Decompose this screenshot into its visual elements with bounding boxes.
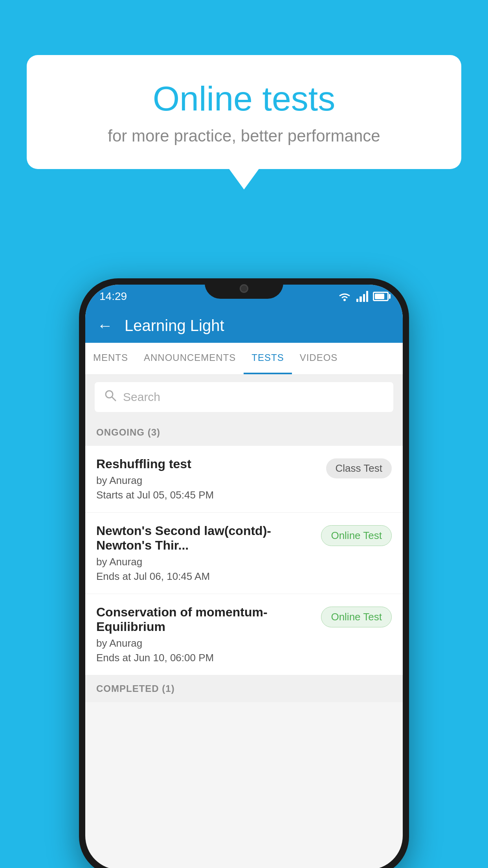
camera: [240, 284, 248, 293]
svg-line-2: [112, 397, 116, 401]
test-author-1: by Anurag: [96, 474, 318, 487]
tab-ments[interactable]: MENTS: [85, 343, 136, 374]
status-time: 14:29: [99, 290, 127, 303]
app-title: Learning Light: [125, 317, 224, 335]
tab-announcements[interactable]: ANNOUNCEMENTS: [136, 343, 244, 374]
test-date-1: Starts at Jul 05, 05:45 PM: [96, 489, 318, 501]
test-author-3: by Anurag: [96, 637, 313, 649]
search-placeholder: Search: [123, 390, 160, 404]
test-date-3: Ends at Jun 10, 06:00 PM: [96, 652, 313, 664]
signal-icon: [356, 291, 368, 302]
promo-section: Online tests for more practice, better p…: [27, 55, 461, 169]
bubble-subtitle: for more practice, better performance: [58, 127, 430, 145]
test-title-2: Newton's Second law(contd)-Newton's Thir…: [96, 524, 313, 553]
tabs-container: MENTS ANNOUNCEMENTS TESTS VIDEOS: [85, 343, 403, 375]
test-info-2: Newton's Second law(contd)-Newton's Thir…: [96, 524, 321, 583]
test-badge-2: Online Test: [321, 525, 392, 546]
phone-screen: 14:29: [85, 285, 403, 868]
back-button[interactable]: ←: [97, 317, 113, 335]
test-badge-3: Online Test: [321, 607, 392, 627]
bubble-title: Online tests: [58, 79, 430, 119]
search-icon: [104, 389, 117, 405]
speech-bubble: Online tests for more practice, better p…: [27, 55, 461, 169]
search-bar[interactable]: Search: [95, 382, 393, 412]
phone-notch: [205, 278, 283, 299]
test-list: Reshuffling test by Anurag Starts at Jul…: [85, 446, 403, 675]
test-info-3: Conservation of momentum-Equilibrium by …: [96, 605, 321, 664]
battery-icon: [373, 292, 389, 301]
tab-videos[interactable]: VIDEOS: [292, 343, 346, 374]
app-header: ← Learning Light: [85, 308, 403, 343]
test-badge-1: Class Test: [326, 458, 392, 478]
test-title-1: Reshuffling test: [96, 457, 318, 471]
wifi-icon: [338, 291, 352, 302]
test-info-1: Reshuffling test by Anurag Starts at Jul…: [96, 457, 326, 501]
section-ongoing-header: ONGOING (3): [85, 419, 403, 446]
svg-point-0: [343, 299, 346, 301]
test-date-2: Ends at Jul 06, 10:45 AM: [96, 570, 313, 583]
search-container: Search: [85, 375, 403, 419]
phone-frame: 14:29: [79, 278, 409, 868]
test-author-2: by Anurag: [96, 556, 313, 568]
test-item-3[interactable]: Conservation of momentum-Equilibrium by …: [85, 594, 403, 675]
test-item-2[interactable]: Newton's Second law(contd)-Newton's Thir…: [85, 513, 403, 594]
battery-fill: [375, 294, 384, 299]
tab-tests[interactable]: TESTS: [244, 343, 292, 374]
section-completed-header: COMPLETED (1): [85, 675, 403, 702]
status-icons: [338, 291, 389, 302]
test-title-3: Conservation of momentum-Equilibrium: [96, 605, 313, 634]
test-item-1[interactable]: Reshuffling test by Anurag Starts at Jul…: [85, 446, 403, 513]
